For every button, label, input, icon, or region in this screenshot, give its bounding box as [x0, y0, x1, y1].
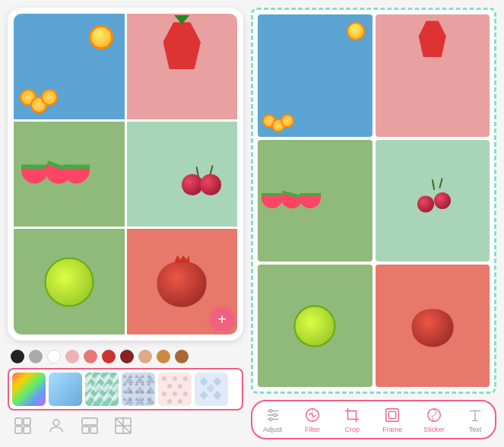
texture-chevron[interactable]	[85, 372, 119, 406]
collage-cell-5[interactable]	[14, 229, 125, 334]
svg-marker-6	[135, 386, 144, 394]
right-panel: Adjust Filter	[251, 8, 496, 439]
svg-marker-4	[146, 376, 155, 383]
color-dark-red[interactable]	[120, 350, 134, 363]
svg-point-14	[183, 376, 188, 381]
color-white[interactable]	[47, 350, 61, 363]
color-gray[interactable]	[29, 350, 43, 363]
tool-crop[interactable]: Crop	[338, 404, 366, 435]
add-button[interactable]: +	[210, 307, 234, 331]
svg-point-18	[173, 392, 177, 396]
filter-icon	[303, 406, 322, 424]
preview-orange-3	[281, 114, 294, 128]
preview-cell-6[interactable]	[376, 265, 490, 387]
texture-triangles[interactable]	[122, 372, 155, 406]
preview-grid	[258, 14, 490, 387]
svg-point-19	[183, 392, 188, 396]
svg-rect-35	[90, 426, 97, 433]
crop-label: Crop	[344, 426, 360, 433]
tool-frame[interactable]: Frame	[378, 404, 407, 435]
orange-floating	[89, 25, 113, 49]
filter-label: Filter	[305, 426, 320, 433]
svg-point-12	[162, 376, 166, 381]
svg-point-16	[178, 384, 182, 388]
orange-slice-3	[41, 89, 58, 106]
preview-cell-2[interactable]	[376, 14, 490, 137]
preview-cherry-stem-1	[432, 179, 435, 190]
color-orange-brown[interactable]	[157, 350, 170, 363]
preview-cell-5[interactable]	[258, 265, 372, 387]
color-black[interactable]	[11, 350, 24, 363]
svg-point-17	[162, 392, 166, 396]
color-pink-light[interactable]	[65, 350, 79, 363]
tool-filter[interactable]: Filter	[299, 404, 326, 435]
preview-cherry-stem-2	[439, 178, 443, 189]
crop-icon	[343, 406, 361, 424]
preview-lime	[294, 305, 336, 347]
main-content: +	[0, 0, 504, 447]
sticker-icon	[425, 406, 443, 424]
preview-cell-4[interactable]	[376, 140, 490, 262]
lime	[44, 257, 94, 306]
collage-cell-4[interactable]	[127, 122, 238, 227]
svg-marker-3	[135, 376, 144, 383]
cherry-2	[200, 174, 221, 195]
svg-marker-9	[135, 397, 144, 404]
bottom-toolbar: Adjust Filter	[251, 400, 496, 439]
tool-text[interactable]: Text	[461, 404, 489, 435]
preview-strawberry	[417, 19, 448, 57]
collage-grid	[14, 14, 237, 334]
preview-cherry-1	[417, 195, 434, 212]
texture-row	[8, 368, 243, 411]
pomegranate-crown	[174, 255, 189, 263]
svg-rect-29	[24, 418, 30, 425]
collage-cell-2[interactable]	[127, 14, 238, 119]
svg-point-13	[173, 376, 177, 381]
preview-orange-float	[347, 22, 365, 40]
svg-marker-7	[146, 386, 155, 394]
strawberry	[161, 20, 203, 69]
preview-cherry-2	[434, 192, 451, 209]
frame-label: Frame	[382, 426, 402, 433]
svg-marker-10	[146, 397, 155, 404]
svg-rect-49	[389, 411, 396, 418]
preview-pomegranate	[411, 309, 453, 347]
bottom-tools	[8, 347, 243, 439]
collage-cell-1[interactable]	[14, 14, 125, 119]
svg-point-43	[269, 410, 272, 413]
texture-rainbow[interactable]	[12, 372, 46, 406]
preview-wm-3	[300, 193, 321, 208]
text-label: Text	[469, 426, 482, 433]
preview-cell-1[interactable]	[258, 14, 372, 137]
color-red-light[interactable]	[84, 350, 97, 363]
texture-blue[interactable]	[49, 372, 82, 406]
layout-icon-split[interactable]	[81, 417, 99, 435]
svg-rect-34	[82, 426, 89, 433]
svg-point-21	[178, 399, 182, 404]
svg-point-20	[167, 399, 172, 404]
texture-diamonds[interactable]	[195, 372, 228, 406]
phone-frame: +	[8, 8, 243, 341]
color-tan[interactable]	[138, 350, 152, 363]
preview-wm-1	[262, 193, 283, 208]
color-red[interactable]	[102, 350, 116, 363]
svg-marker-5	[125, 386, 134, 394]
color-brown[interactable]	[175, 350, 189, 363]
tool-sticker[interactable]: Sticker	[419, 404, 449, 435]
svg-marker-8	[125, 397, 134, 404]
sticker-label: Sticker	[423, 426, 445, 433]
svg-point-44	[273, 414, 276, 417]
svg-rect-33	[82, 418, 97, 425]
text-icon	[466, 406, 484, 424]
collage-cell-3[interactable]	[14, 122, 125, 227]
layout-icon-grid[interactable]	[14, 417, 32, 435]
texture-floral[interactable]	[158, 372, 192, 406]
layout-icon-diagonal[interactable]	[114, 417, 132, 435]
adjust-label: Adjust	[263, 426, 282, 433]
preview-frame	[251, 8, 496, 394]
preview-cell-3[interactable]	[258, 140, 372, 262]
watermelon-1	[21, 164, 48, 183]
svg-rect-0	[85, 372, 119, 406]
layout-icon-person[interactable]	[47, 417, 65, 435]
tool-adjust[interactable]: Adjust	[258, 404, 287, 435]
